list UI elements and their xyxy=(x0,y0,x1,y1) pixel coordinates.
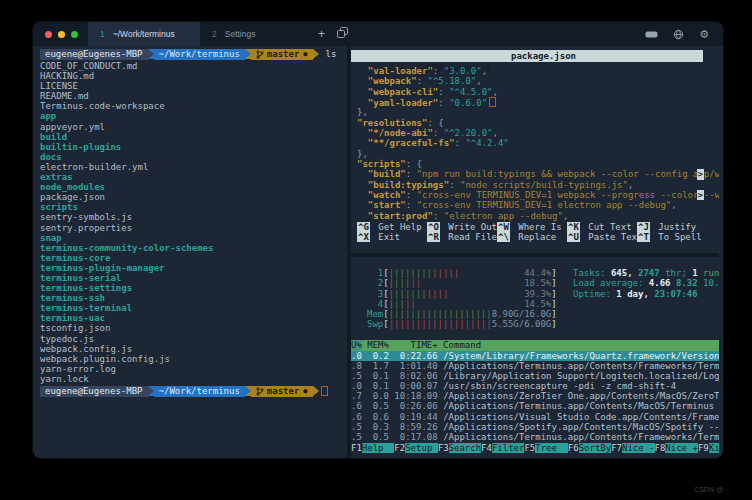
nano-shortcut[interactable]: ^U Paste Text xyxy=(567,232,637,242)
directory-entry: terminus-plugin-manager xyxy=(40,263,347,273)
text-segment: "npm run build:typings && webpack --colo… xyxy=(417,169,719,179)
file-entry: electron-builder.yml xyxy=(40,162,347,172)
sort-column-header[interactable]: U% xyxy=(351,340,362,350)
file-entry: LICENSE xyxy=(40,81,347,91)
process-stats: .5 0.5 0:17.08 xyxy=(351,432,443,442)
text-segment xyxy=(357,211,368,221)
text-segment: 4.66 xyxy=(649,278,676,288)
fkey-button[interactable]: F1Help xyxy=(351,443,394,453)
nano-shortcut[interactable]: ^R Read File xyxy=(427,232,497,242)
text-segment: ||||||||||||||||||| xyxy=(389,319,492,329)
screen: 1 ~/Work/terminus 2 Settings + xyxy=(0,0,752,500)
close-window-button[interactable] xyxy=(45,31,52,38)
new-tab-button[interactable]: + xyxy=(312,22,331,46)
gear-icon: ⚙ xyxy=(699,29,709,40)
process-row[interactable]: .0 0.2 0:22.66 /System/Library/Framework… xyxy=(351,351,719,361)
nano-shortcut[interactable]: ^O Write Out xyxy=(427,222,497,232)
nano-shortcut[interactable]: ^T To Spell xyxy=(637,232,707,242)
prompt-git-segment: master● xyxy=(251,49,313,60)
text-segment: , xyxy=(671,200,676,210)
git-dirty-dot: ● xyxy=(303,49,307,60)
file-entry: CODE_OF_CONDUCT.md xyxy=(40,61,347,71)
text-segment xyxy=(357,169,368,179)
text-segment: 2 xyxy=(367,278,383,288)
file-entry: Terminus.code-workspace xyxy=(40,101,347,111)
text-segment: : xyxy=(406,200,417,210)
globe-button[interactable] xyxy=(673,29,684,40)
directory-entry: scripts xyxy=(40,202,347,212)
shortcut-key: ^T xyxy=(637,232,650,242)
text-segment: "node scripts/build-typings.js" xyxy=(460,180,628,190)
process-stats: .5 0.1 8:02.06 xyxy=(351,371,443,381)
dock-button[interactable] xyxy=(645,30,658,39)
fkey-button[interactable]: F7Nice - xyxy=(611,443,654,453)
shortcut-label: Write Out xyxy=(443,222,497,232)
fkey-button[interactable]: F9Kill xyxy=(698,443,719,453)
text-segment: 5.55G/6.00G xyxy=(492,319,552,329)
directory-entry: terminus-uac xyxy=(40,313,347,323)
text-segment: 1 xyxy=(367,268,383,278)
shell-pane[interactable]: eugene@Eugenes-MBP~/Work/terminusmaster●… xyxy=(33,46,347,458)
powerline-arrow-icon xyxy=(313,49,319,59)
git-dirty-dot: ● xyxy=(303,386,307,397)
fkey-button[interactable]: F5Tree xyxy=(524,443,567,453)
directory-entry: terminus-settings xyxy=(40,283,347,293)
globe-icon xyxy=(673,29,684,40)
nano-shortcut[interactable]: ^W Where Is xyxy=(497,222,567,232)
minimize-window-button[interactable] xyxy=(58,31,65,38)
directory-entry: node_modules xyxy=(40,182,347,192)
process-row[interactable]: .6 0.6 0:19.44 /Applications/Visual Stud… xyxy=(351,412,719,422)
fkey-button[interactable]: F6SortBy xyxy=(568,443,611,453)
process-command: /Applications/Terminus.app/Contents/Fram… xyxy=(443,432,719,442)
process-row[interactable]: .5 0.1 8:02.06 /Library/Application Supp… xyxy=(351,371,719,381)
file-entry: appveyor.yml xyxy=(40,122,347,132)
process-row[interactable]: .5 0.5 0:17.08 /Applications/Terminus.ap… xyxy=(351,432,719,442)
process-row[interactable]: .8 1.7 1:01.40 /Applications/Terminus.ap… xyxy=(351,361,719,371)
file-entry: sentry-symbols.js xyxy=(40,212,347,222)
nano-shortcut[interactable]: ^X Exit xyxy=(357,232,427,242)
text-segment: ] xyxy=(551,268,556,278)
tab-settings[interactable]: 2 Settings xyxy=(200,22,312,46)
process-row[interactable]: .0 0.1 0:00.07 /usr/sbin/screencapture -… xyxy=(351,381,719,391)
fkey-number: F8 xyxy=(655,443,666,453)
process-table: .0 0.2 0:22.66 /System/Library/Framework… xyxy=(351,351,719,443)
process-table-header[interactable]: U% MEM% TIME+ Command xyxy=(351,340,719,351)
fkey-number: F1 xyxy=(351,443,362,453)
nano-shortcut[interactable]: ^J Justify xyxy=(637,222,707,232)
text-segment: , xyxy=(476,76,481,86)
nano-pane[interactable]: GNU nano 4.5 package.json "val-loader": … xyxy=(351,46,719,253)
system-info-line: Tasks: 645, 2747 thr; 1 running xyxy=(573,268,719,278)
nano-shortcut[interactable]: ^\ Replace xyxy=(497,232,567,242)
fkey-button[interactable]: F4Filter xyxy=(481,443,524,453)
process-row[interactable]: .5 0.3 8:59.26 /Applications/Spotify.app… xyxy=(351,422,719,432)
prompt-user-host: eugene@Eugenes-MBP xyxy=(40,49,148,60)
htop-pane[interactable]: 1[||||||||||||| 44.4%] 2[|||||| 18.5%] 3… xyxy=(351,257,719,458)
shortcut-key: ^X xyxy=(357,232,370,242)
text-segment xyxy=(416,299,524,309)
fkey-button[interactable]: F2Setup xyxy=(394,443,437,453)
shortcut-label: Cut Text xyxy=(583,222,632,232)
directory-entry: terminus-terminal xyxy=(40,303,347,313)
meter-row: Mem[|||||||||||||||||||8.90G/16.0G] xyxy=(367,309,557,319)
watermark: CSDN @··· xyxy=(694,486,730,493)
duplicate-icon xyxy=(337,27,348,38)
nano-shortcut[interactable]: ^G Get Help xyxy=(357,222,427,232)
zoom-window-button[interactable] xyxy=(71,31,78,38)
duplicate-tab-button[interactable] xyxy=(331,22,354,46)
settings-button[interactable]: ⚙ xyxy=(699,29,709,40)
shortcut-label: Read File xyxy=(443,232,497,242)
shell-cursor[interactable] xyxy=(321,386,328,396)
text-segment: ] xyxy=(551,319,556,329)
nano-cursor[interactable] xyxy=(489,97,496,107)
nano-shortcut[interactable]: ^K Cut Text xyxy=(567,222,637,232)
process-row[interactable]: .6 0.5 0:26.06 /Applications/Terminus.ap… xyxy=(351,401,719,411)
tab-terminal[interactable]: 1 ~/Work/terminus xyxy=(88,22,200,46)
fkey-button[interactable]: F8Nice + xyxy=(655,443,698,453)
process-row[interactable]: .7 0.0 10:18.09 /Applications/ZeroTier O… xyxy=(351,391,719,401)
nano-line: "*/node-abi": "^2.20.0", xyxy=(357,128,719,138)
process-command: /Applications/ZeroTier One.app/Contents/… xyxy=(443,391,719,401)
text-segment: thr; xyxy=(660,268,693,278)
fkey-button[interactable]: F3Search xyxy=(438,443,481,453)
text-segment: "^2.20.0" xyxy=(444,128,493,138)
nano-line: "scripts": { xyxy=(357,159,719,169)
